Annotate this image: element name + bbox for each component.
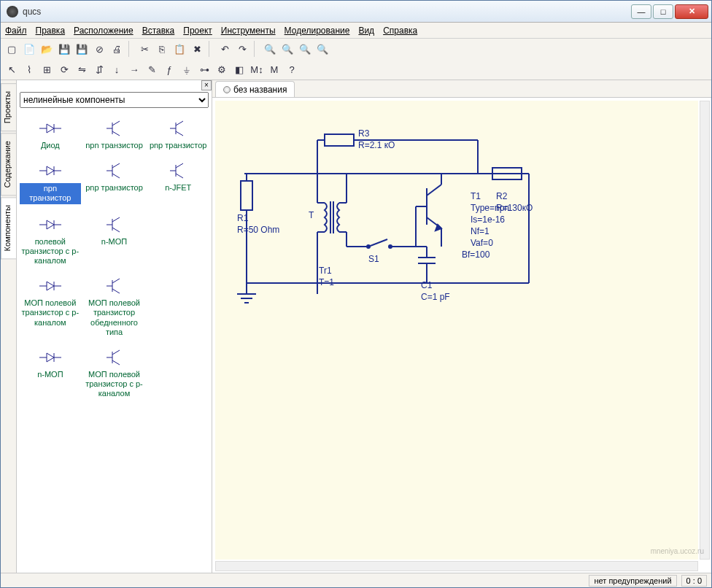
palette-item[interactable]: полевой транзистор с p-каналом bbox=[18, 212, 82, 274]
menubar: Файл Правка Расположение Вставка Проект … bbox=[1, 23, 711, 39]
category-select[interactable]: нелинейные компоненты bbox=[20, 92, 209, 108]
palette-item[interactable]: n-МОП bbox=[82, 212, 147, 274]
tr1-val: T=1 bbox=[319, 277, 334, 287]
schematic-canvas[interactable]: R3 R=2.1 кО R1 R=50 Ohm R2 R=130кО T1 Ty… bbox=[215, 101, 698, 560]
r1-name: R1 bbox=[237, 213, 248, 223]
marker-text-button[interactable]: M bbox=[266, 61, 282, 77]
r2-name: R2 bbox=[496, 191, 507, 201]
insert-wire-button[interactable]: ⌇ bbox=[21, 61, 37, 77]
svg-line-10 bbox=[176, 121, 183, 125]
paste-button[interactable]: 📋 bbox=[171, 41, 187, 57]
component-icon bbox=[163, 276, 193, 296]
show-results-button[interactable]: ◧ bbox=[231, 61, 247, 77]
deactivate-button[interactable]: ✎ bbox=[144, 61, 160, 77]
palette-close-icon[interactable]: × bbox=[201, 80, 212, 90]
menu-project[interactable]: Проект bbox=[183, 26, 212, 36]
save-all-button[interactable]: 💾 bbox=[74, 41, 90, 57]
new-file-button[interactable]: ▢ bbox=[4, 41, 20, 57]
palette-item-label: МОП полевой транзистор с p-каналом bbox=[84, 370, 145, 399]
component-icon bbox=[163, 214, 193, 235]
zoom-out-button[interactable]: 🔍 bbox=[279, 41, 295, 57]
status-bar: нет предупреждений 0 : 0 bbox=[1, 573, 711, 587]
redo-button[interactable]: ↷ bbox=[234, 41, 250, 57]
set-marker-button[interactable]: M↕ bbox=[249, 61, 265, 77]
move-down-button[interactable]: ↓ bbox=[109, 61, 125, 77]
menu-file[interactable]: Файл bbox=[5, 26, 27, 36]
cut-button[interactable]: ✂ bbox=[136, 41, 152, 57]
rotate-button[interactable]: ⟳ bbox=[56, 61, 72, 77]
svg-marker-33 bbox=[47, 282, 54, 290]
palette-item-label: МОП полевой транзистор с p-каналом bbox=[20, 298, 81, 328]
palette-item[interactable]: npn транзистор bbox=[18, 158, 82, 211]
open-button[interactable]: 📂 bbox=[39, 41, 55, 57]
palette-item[interactable]: Диод bbox=[18, 115, 82, 158]
vertical-scrollbar[interactable] bbox=[700, 101, 710, 560]
tab-components[interactable]: Компоненты bbox=[1, 197, 16, 259]
palette-item[interactable]: pnp транзистор bbox=[146, 115, 210, 158]
palette-item[interactable] bbox=[146, 212, 210, 274]
palette-item[interactable]: МОП полевой транзистор обедненного типа bbox=[82, 273, 147, 344]
menu-tools[interactable]: Инструменты bbox=[221, 26, 276, 36]
t1-p2: Nf=1 bbox=[471, 226, 490, 236]
save-button[interactable]: 💾 bbox=[56, 41, 72, 57]
tab-projects[interactable]: Проекты bbox=[1, 83, 16, 131]
tab-contents[interactable]: Содержание bbox=[1, 133, 16, 196]
zoom-in-button[interactable]: 🔍 bbox=[262, 41, 278, 57]
tab-untitled[interactable]: без названия bbox=[215, 81, 295, 97]
component-icon bbox=[163, 347, 193, 368]
palette-item[interactable]: pnp транзистор bbox=[82, 158, 147, 211]
svg-line-75 bbox=[368, 239, 387, 247]
component-icon bbox=[100, 214, 129, 235]
side-tabs: Проекты Содержание Компоненты bbox=[1, 80, 17, 573]
move-right-button[interactable]: → bbox=[126, 61, 142, 77]
svg-line-6 bbox=[112, 121, 120, 125]
menu-edit[interactable]: Правка bbox=[36, 26, 66, 36]
svg-marker-81 bbox=[436, 225, 441, 231]
palette-item-label: полевой транзистор с p-каналом bbox=[20, 237, 81, 266]
mirror-h-button[interactable]: ⇋ bbox=[74, 61, 90, 77]
menu-simulation[interactable]: Моделирование bbox=[285, 26, 350, 36]
close-button[interactable]: ⊘ bbox=[91, 41, 107, 57]
insert-ground-button[interactable]: ⏚ bbox=[179, 61, 195, 77]
simulate-button[interactable]: ⚙ bbox=[214, 61, 230, 77]
zoom-1-button[interactable]: 🔍 bbox=[314, 41, 330, 57]
menu-insert[interactable]: Вставка bbox=[142, 26, 175, 36]
t1-p4: Bf=100 bbox=[462, 249, 490, 260]
delete-button[interactable]: ✖ bbox=[189, 41, 205, 57]
svg-line-46 bbox=[112, 350, 120, 355]
undo-button[interactable]: ↶ bbox=[217, 41, 233, 57]
palette-item[interactable]: n-МОП bbox=[18, 344, 82, 406]
mirror-v-button[interactable]: ⇵ bbox=[91, 61, 107, 77]
insert-equation-button[interactable]: ƒ bbox=[161, 61, 177, 77]
copy-button[interactable]: ⎘ bbox=[154, 41, 170, 57]
maximize-button[interactable]: □ bbox=[653, 4, 673, 19]
palette-item[interactable]: МОП полевой транзистор с p-каналом bbox=[82, 344, 147, 406]
new-text-button[interactable]: 📄 bbox=[21, 41, 37, 57]
palette-item-label: n-МОП bbox=[101, 237, 127, 247]
palette-item[interactable]: МОП полевой транзистор с p-каналом bbox=[18, 273, 82, 344]
menu-view[interactable]: Вид bbox=[358, 26, 374, 36]
zoom-fit-button[interactable]: 🔍 bbox=[297, 41, 313, 57]
help-button[interactable]: ? bbox=[284, 61, 300, 77]
palette-item[interactable]: n-JFET bbox=[146, 158, 210, 211]
toolbars: ▢📄📂💾💾⊘🖨✂⎘📋✖↶↷🔍🔍🔍🔍 ↖⌇⊞⟳⇋⇵↓→✎ƒ⏚⊶⚙◧M↕M? bbox=[1, 39, 711, 80]
svg-marker-25 bbox=[47, 220, 54, 229]
svg-marker-41 bbox=[47, 353, 54, 362]
menu-position[interactable]: Расположение bbox=[74, 26, 134, 36]
svg-line-19 bbox=[112, 174, 120, 178]
menu-help[interactable]: Справка bbox=[383, 26, 417, 36]
minimize-button[interactable]: — bbox=[631, 4, 651, 19]
t1-p3: Vaf=0 bbox=[471, 238, 493, 248]
print-button[interactable]: 🖨 bbox=[109, 41, 125, 57]
palette-grid[interactable]: Диодnpn транзисторpnp транзисторnpn тран… bbox=[17, 111, 212, 573]
palette-item[interactable]: npn транзистор bbox=[82, 115, 147, 158]
palette-item[interactable] bbox=[146, 273, 210, 344]
palette-item-label: npn транзистор bbox=[85, 141, 143, 150]
insert-label-button[interactable]: ⊞ bbox=[39, 61, 55, 77]
insert-port-button[interactable]: ⊶ bbox=[196, 61, 212, 77]
window-title: qucs bbox=[23, 7, 631, 17]
pointer-button[interactable]: ↖ bbox=[4, 61, 20, 77]
horizontal-scrollbar[interactable] bbox=[215, 561, 698, 571]
close-button[interactable]: ✕ bbox=[675, 4, 708, 19]
palette-item[interactable] bbox=[146, 344, 210, 406]
